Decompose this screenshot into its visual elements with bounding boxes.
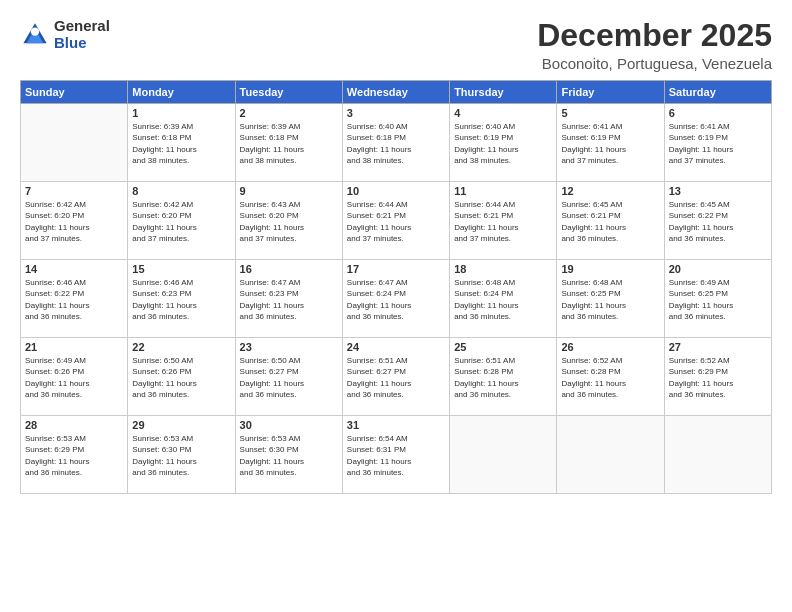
day-info: Sunrise: 6:45 AM Sunset: 6:22 PM Dayligh…: [669, 199, 767, 244]
calendar-cell: 26Sunrise: 6:52 AM Sunset: 6:28 PM Dayli…: [557, 338, 664, 416]
calendar-cell: 7Sunrise: 6:42 AM Sunset: 6:20 PM Daylig…: [21, 182, 128, 260]
day-info: Sunrise: 6:51 AM Sunset: 6:28 PM Dayligh…: [454, 355, 552, 400]
day-info: Sunrise: 6:44 AM Sunset: 6:21 PM Dayligh…: [347, 199, 445, 244]
day-info: Sunrise: 6:46 AM Sunset: 6:23 PM Dayligh…: [132, 277, 230, 322]
day-info: Sunrise: 6:41 AM Sunset: 6:19 PM Dayligh…: [561, 121, 659, 166]
calendar-cell: 31Sunrise: 6:54 AM Sunset: 6:31 PM Dayli…: [342, 416, 449, 494]
day-number: 15: [132, 263, 230, 275]
day-number: 18: [454, 263, 552, 275]
day-number: 27: [669, 341, 767, 353]
day-info: Sunrise: 6:53 AM Sunset: 6:29 PM Dayligh…: [25, 433, 123, 478]
logo-blue: Blue: [54, 35, 110, 52]
calendar-cell: 30Sunrise: 6:53 AM Sunset: 6:30 PM Dayli…: [235, 416, 342, 494]
page: General Blue December 2025 Boconoito, Po…: [0, 0, 792, 612]
calendar-cell: 28Sunrise: 6:53 AM Sunset: 6:29 PM Dayli…: [21, 416, 128, 494]
calendar-cell: [664, 416, 771, 494]
header-thursday: Thursday: [450, 81, 557, 104]
logo-general: General: [54, 18, 110, 35]
calendar-cell: 24Sunrise: 6:51 AM Sunset: 6:27 PM Dayli…: [342, 338, 449, 416]
day-number: 30: [240, 419, 338, 431]
header-friday: Friday: [557, 81, 664, 104]
day-info: Sunrise: 6:53 AM Sunset: 6:30 PM Dayligh…: [240, 433, 338, 478]
day-number: 21: [25, 341, 123, 353]
day-number: 10: [347, 185, 445, 197]
calendar-cell: 3Sunrise: 6:40 AM Sunset: 6:18 PM Daylig…: [342, 104, 449, 182]
day-number: 23: [240, 341, 338, 353]
day-info: Sunrise: 6:44 AM Sunset: 6:21 PM Dayligh…: [454, 199, 552, 244]
day-info: Sunrise: 6:48 AM Sunset: 6:24 PM Dayligh…: [454, 277, 552, 322]
day-number: 14: [25, 263, 123, 275]
header-wednesday: Wednesday: [342, 81, 449, 104]
day-info: Sunrise: 6:49 AM Sunset: 6:26 PM Dayligh…: [25, 355, 123, 400]
day-info: Sunrise: 6:52 AM Sunset: 6:28 PM Dayligh…: [561, 355, 659, 400]
week-row-4: 21Sunrise: 6:49 AM Sunset: 6:26 PM Dayli…: [21, 338, 772, 416]
header-monday: Monday: [128, 81, 235, 104]
calendar-cell: 2Sunrise: 6:39 AM Sunset: 6:18 PM Daylig…: [235, 104, 342, 182]
calendar-table: SundayMondayTuesdayWednesdayThursdayFrid…: [20, 80, 772, 494]
header-saturday: Saturday: [664, 81, 771, 104]
calendar-cell: 11Sunrise: 6:44 AM Sunset: 6:21 PM Dayli…: [450, 182, 557, 260]
day-number: 13: [669, 185, 767, 197]
calendar-cell: 17Sunrise: 6:47 AM Sunset: 6:24 PM Dayli…: [342, 260, 449, 338]
calendar-cell: 10Sunrise: 6:44 AM Sunset: 6:21 PM Dayli…: [342, 182, 449, 260]
day-info: Sunrise: 6:40 AM Sunset: 6:18 PM Dayligh…: [347, 121, 445, 166]
day-number: 9: [240, 185, 338, 197]
day-info: Sunrise: 6:39 AM Sunset: 6:18 PM Dayligh…: [240, 121, 338, 166]
header-tuesday: Tuesday: [235, 81, 342, 104]
day-number: 6: [669, 107, 767, 119]
week-row-3: 14Sunrise: 6:46 AM Sunset: 6:22 PM Dayli…: [21, 260, 772, 338]
calendar-cell: 8Sunrise: 6:42 AM Sunset: 6:20 PM Daylig…: [128, 182, 235, 260]
day-info: Sunrise: 6:42 AM Sunset: 6:20 PM Dayligh…: [132, 199, 230, 244]
week-row-5: 28Sunrise: 6:53 AM Sunset: 6:29 PM Dayli…: [21, 416, 772, 494]
day-info: Sunrise: 6:49 AM Sunset: 6:25 PM Dayligh…: [669, 277, 767, 322]
calendar-cell: 9Sunrise: 6:43 AM Sunset: 6:20 PM Daylig…: [235, 182, 342, 260]
day-info: Sunrise: 6:40 AM Sunset: 6:19 PM Dayligh…: [454, 121, 552, 166]
day-info: Sunrise: 6:41 AM Sunset: 6:19 PM Dayligh…: [669, 121, 767, 166]
day-number: 16: [240, 263, 338, 275]
calendar-cell: 5Sunrise: 6:41 AM Sunset: 6:19 PM Daylig…: [557, 104, 664, 182]
calendar-cell: 1Sunrise: 6:39 AM Sunset: 6:18 PM Daylig…: [128, 104, 235, 182]
day-info: Sunrise: 6:53 AM Sunset: 6:30 PM Dayligh…: [132, 433, 230, 478]
day-info: Sunrise: 6:52 AM Sunset: 6:29 PM Dayligh…: [669, 355, 767, 400]
subtitle: Boconoito, Portuguesa, Venezuela: [537, 55, 772, 72]
day-number: 5: [561, 107, 659, 119]
calendar-cell: 16Sunrise: 6:47 AM Sunset: 6:23 PM Dayli…: [235, 260, 342, 338]
day-info: Sunrise: 6:48 AM Sunset: 6:25 PM Dayligh…: [561, 277, 659, 322]
day-number: 8: [132, 185, 230, 197]
calendar-cell: 29Sunrise: 6:53 AM Sunset: 6:30 PM Dayli…: [128, 416, 235, 494]
day-info: Sunrise: 6:54 AM Sunset: 6:31 PM Dayligh…: [347, 433, 445, 478]
calendar-cell: 25Sunrise: 6:51 AM Sunset: 6:28 PM Dayli…: [450, 338, 557, 416]
day-number: 28: [25, 419, 123, 431]
logo-text: General Blue: [54, 18, 110, 51]
day-number: 29: [132, 419, 230, 431]
main-title: December 2025: [537, 18, 772, 53]
day-number: 20: [669, 263, 767, 275]
day-number: 17: [347, 263, 445, 275]
week-row-1: 1Sunrise: 6:39 AM Sunset: 6:18 PM Daylig…: [21, 104, 772, 182]
calendar-cell: 20Sunrise: 6:49 AM Sunset: 6:25 PM Dayli…: [664, 260, 771, 338]
calendar-cell: 4Sunrise: 6:40 AM Sunset: 6:19 PM Daylig…: [450, 104, 557, 182]
calendar-cell: 22Sunrise: 6:50 AM Sunset: 6:26 PM Dayli…: [128, 338, 235, 416]
day-number: 2: [240, 107, 338, 119]
day-info: Sunrise: 6:47 AM Sunset: 6:24 PM Dayligh…: [347, 277, 445, 322]
day-info: Sunrise: 6:43 AM Sunset: 6:20 PM Dayligh…: [240, 199, 338, 244]
day-number: 26: [561, 341, 659, 353]
calendar-cell: 6Sunrise: 6:41 AM Sunset: 6:19 PM Daylig…: [664, 104, 771, 182]
calendar-cell: 21Sunrise: 6:49 AM Sunset: 6:26 PM Dayli…: [21, 338, 128, 416]
svg-point-2: [31, 27, 39, 35]
day-number: 12: [561, 185, 659, 197]
day-number: 4: [454, 107, 552, 119]
calendar-cell: [21, 104, 128, 182]
calendar-cell: 23Sunrise: 6:50 AM Sunset: 6:27 PM Dayli…: [235, 338, 342, 416]
day-number: 24: [347, 341, 445, 353]
calendar-cell: 13Sunrise: 6:45 AM Sunset: 6:22 PM Dayli…: [664, 182, 771, 260]
calendar-cell: 14Sunrise: 6:46 AM Sunset: 6:22 PM Dayli…: [21, 260, 128, 338]
title-block: December 2025 Boconoito, Portuguesa, Ven…: [537, 18, 772, 72]
day-number: 22: [132, 341, 230, 353]
day-info: Sunrise: 6:45 AM Sunset: 6:21 PM Dayligh…: [561, 199, 659, 244]
day-info: Sunrise: 6:51 AM Sunset: 6:27 PM Dayligh…: [347, 355, 445, 400]
day-info: Sunrise: 6:42 AM Sunset: 6:20 PM Dayligh…: [25, 199, 123, 244]
day-info: Sunrise: 6:50 AM Sunset: 6:26 PM Dayligh…: [132, 355, 230, 400]
day-number: 11: [454, 185, 552, 197]
header-sunday: Sunday: [21, 81, 128, 104]
